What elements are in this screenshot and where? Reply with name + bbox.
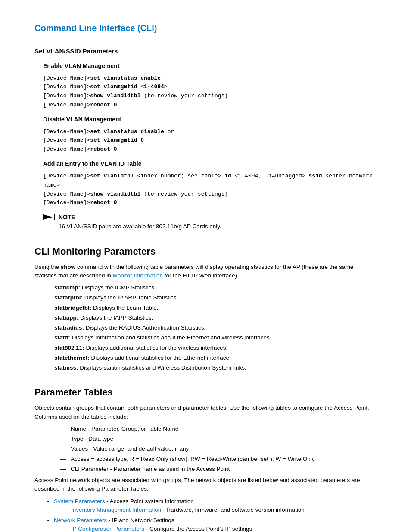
list-item: staticmp: Displays the ICMP Statistics. [47,283,377,292]
vlan-ssid-title: Set VLAN/SSID Parameters [34,47,377,56]
cli-monitoring-list: staticmp: Displays the ICMP Statistics. … [47,283,377,372]
show-keyword: show [61,264,76,270]
cli-line: [Device-Name]>reboot 0 [43,145,377,154]
list-item: Network Parameters - IP and Network Sett… [54,516,377,532]
cli-monitoring-title: CLI Monitoring Parameters [34,244,377,258]
disable-vlan-title: Disable VLAN Management [43,115,377,124]
parameter-tables-title: Parameter Tables [34,385,377,399]
add-entry-subsection: Add an Entry to the VLAN ID Table [Devic… [34,159,377,208]
cli-line: [Device-Name]>show vlandidtbl (to review… [43,92,377,101]
list-item: System Parameters - Access Point system … [54,497,377,515]
disable-vlan-commands: [Device-Name]>set vlanstatus disable or … [43,128,377,154]
system-parameters-link[interactable]: System Parameters [54,498,105,504]
parameter-tables-section: Parameter Tables Objects contain groups … [34,385,377,532]
note-content: NOTE 16 VLAN/SSID pairs are available fo… [59,213,221,231]
list-item: statarptbl: Displays the IP ARP Table St… [47,293,377,302]
enable-vlan-commands: [Device-Name]>set vlanstatus enable [Dev… [43,74,377,110]
svg-rect-1 [54,214,55,220]
add-entry-commands: [Device-Name]>set vlanidtbl <index numbe… [43,172,377,208]
list-item: Values - Value range, and default value,… [60,445,377,453]
system-sub-list: Inventory Management Information - Hardw… [62,506,377,514]
cli-line: [Device-Name]>show vlandidtbl (to review… [43,190,377,199]
note-label: NOTE [59,214,75,221]
list-item: Inventory Management Information - Hardw… [62,506,377,514]
note-box: NOTE 16 VLAN/SSID pairs are available fo… [43,213,377,231]
add-entry-title: Add an Entry to the VLAN ID Table [43,159,377,168]
monitor-info-link[interactable]: Monitor Information [113,272,163,279]
list-item: CLI Parameter - Parameter name as used i… [60,465,377,473]
list-item: Access = access type, R = Read Only (sho… [60,455,377,464]
parameter-tables-intro: Objects contain groups that contain both… [34,404,377,421]
svg-marker-2 [44,215,53,219]
top-level-list: System Parameters - Access Point system … [54,497,377,532]
list-item: Type - Data type [60,435,377,443]
cli-line: [Device-Name]>reboot 0 [43,101,377,110]
list-item: statradius: Displays the RADIUS Authenti… [47,324,377,332]
list-item: statbridgetbl: Displays the Learn Table. [47,304,377,312]
page-title: Command Line Interface (CLI) [34,22,377,34]
list-item: statethernet: Displays additional statis… [47,354,377,362]
cli-line: [Device-Name]>set vlanstatus enable [43,74,377,83]
cli-monitoring-intro: Using the show command with the followin… [34,263,377,280]
svg-rect-0 [43,214,44,220]
cli-line: [Device-Name]>reboot 0 [43,199,377,208]
cli-line: [Device-Name]>set vlanmgmtid <1-4094> [43,83,377,92]
cli-line: [Device-Name]>set vlanidtbl <index numbe… [43,172,377,190]
list-item: statif: Displays information and statist… [47,333,377,342]
ip-config-link[interactable]: IP Configuration Parameters [71,526,144,532]
vlan-ssid-section: Set VLAN/SSID Parameters Enable VLAN Man… [34,47,377,231]
disable-vlan-subsection: Disable VLAN Management [Device-Name]>se… [34,115,377,154]
cli-line: [Device-Name]>set vlanmgmtid 0 [43,136,377,145]
network-sub-list: IP Configuration Parameters - Configure … [62,525,377,532]
note-icon [43,213,55,221]
note-text: 16 VLAN/SSID pairs are available for 802… [59,223,221,230]
list-item: Name - Parameter, Group, or Table Name [60,425,377,433]
list-item: statmss: Displays station statistics and… [47,364,377,372]
network-parameters-link[interactable]: Network Parameters [54,517,107,523]
cli-monitoring-section: CLI Monitoring Parameters Using the show… [34,244,377,373]
cli-line: [Device-Name]>set vlanstatus disable or [43,128,377,137]
network-objects-intro: Access Point network objects are associa… [34,476,377,494]
note-arrow-icon [43,213,55,221]
list-item: stat802.11: Displays additional statisti… [47,344,377,352]
columns-list: Name - Parameter, Group, or Table Name T… [60,425,377,473]
list-item: statiapp: Displays the IAPP Statistics. [47,314,377,322]
inventory-management-link[interactable]: Inventory Management Information [71,507,161,513]
enable-vlan-subsection: Enable VLAN Management [Device-Name]>set… [34,62,377,110]
list-item: IP Configuration Parameters - Configure … [62,525,377,532]
enable-vlan-title: Enable VLAN Management [43,62,377,71]
